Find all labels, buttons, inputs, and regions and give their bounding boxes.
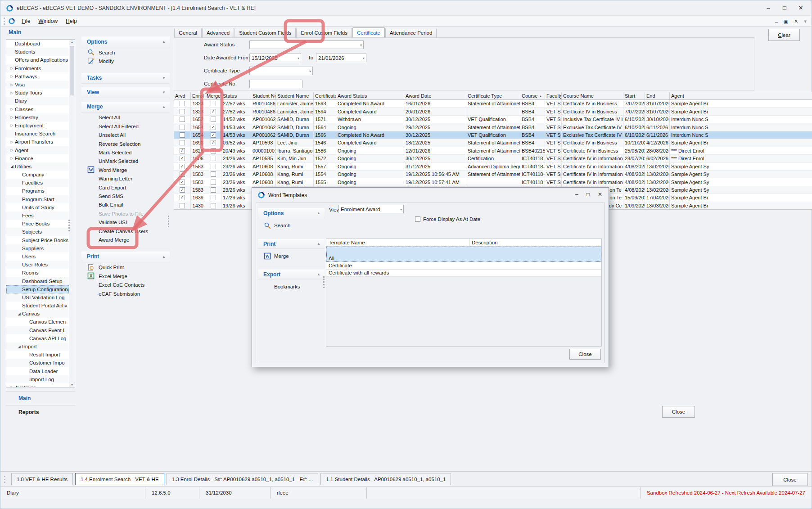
merge-checkbox[interactable] [211,117,216,122]
sidebar-item-classes[interactable]: ▷Classes [6,105,69,113]
column-header-start[interactable]: Start [623,92,645,99]
sidebar-item-insurance-search[interactable]: Insurance Search [6,130,69,138]
nav-item-mark-selected[interactable]: Mark Selected [81,148,170,157]
tree-collapsed-icon[interactable]: ▷ [9,123,15,127]
certificate-type-combo[interactable]: ▾ [249,67,313,75]
nav-item-bulk-email[interactable]: Bulk Email [81,201,170,209]
tree-expanded-icon[interactable]: ◢ [16,345,22,349]
chevron-up-icon[interactable]: ▲ [317,211,320,215]
nav-item-word-merge[interactable]: WWord Merge [81,166,170,174]
sidebar-item-units-of-study[interactable]: Units of Study [6,203,69,212]
tabstrip-grip[interactable] [4,476,6,483]
chevron-up-icon[interactable]: ▲ [162,40,166,44]
chevron-down-icon[interactable]: ▼ [162,76,166,80]
tab-attendance-period[interactable]: Attendance Period [385,28,437,37]
minimize-icon[interactable]: – [760,0,776,15]
award-status-combo[interactable]: ▾ [249,41,364,49]
nav-item-card-export[interactable]: Card Export [81,183,170,192]
nav-item-reverse-selection[interactable]: Reverse Selection [81,140,170,148]
sidebar-item-airport-transfers[interactable]: ▷Airport Transfers [6,138,69,146]
tree-collapsed-icon[interactable]: ▷ [9,148,15,152]
tree-collapsed-icon[interactable]: ▷ [9,107,15,111]
sidebar-item-dashboard[interactable]: Dashboard [6,40,69,48]
sidebar-item-price-books[interactable]: Price Books [6,220,69,228]
merge-checkbox[interactable]: ✓ [211,125,216,130]
toolbar-options-icon[interactable]: ▾ [804,18,807,24]
column-header-award-date[interactable]: Award Date [404,92,466,99]
sidebar-item-subject-price-books[interactable]: Subject Price Books [6,236,69,244]
arvd-checkbox[interactable]: ✓ [180,171,185,177]
table-row[interactable]: ✓162620/49 wks0000010010Ibarra, Santiago… [174,147,812,155]
arvd-checkbox[interactable] [180,101,185,106]
sidebar-item-finance[interactable]: ▷Finance [6,154,69,162]
force-display-checkbox-row[interactable]: Force Display As At Date [415,216,480,222]
table-row[interactable]: ✓158323/26 wksAP10608Kang, Rumi1554Ongoi… [174,171,812,178]
sidebar-item-avetmiss[interactable]: ▷Avetmiss [6,383,69,387]
sidebar-item-canvas-api-log[interactable]: Canvas API Log [6,334,69,342]
nav-item-award-merge[interactable]: Award Merge [81,235,170,244]
mdi-restore-icon[interactable]: ▣ [784,18,788,24]
sidebar-splitter[interactable] [68,220,70,231]
sidebar-item-setup-configuration[interactable]: Setup Configuration [6,285,69,293]
chevron-down-icon[interactable]: ▼ [162,90,166,95]
sidebar-item-canvas-elemen[interactable]: Canvas Elemen [6,318,69,326]
nav-item-unmark-selected[interactable]: UnMark Selected [81,157,170,166]
sidebar-section-main[interactable]: Main [6,391,75,405]
toolbar-grip[interactable] [4,18,5,25]
tree-collapsed-icon[interactable]: ▷ [9,156,15,160]
sidebar-item-homestay[interactable]: ▷Homestay [6,113,69,122]
template-row-certificate-with-all-rewards[interactable]: Certificate with all rewards [326,270,601,277]
sidebar-item-employment[interactable]: ▷Employment [6,122,69,130]
nav-item-modify[interactable]: Modify [81,57,170,65]
column-header-merge[interactable]: Merge [205,92,221,99]
template-column-header-description[interactable]: Description [469,239,500,246]
arvd-checkbox[interactable] [180,132,185,138]
nav-item-unselect-all[interactable]: Unselect All [81,131,170,140]
merge-checkbox[interactable] [211,156,216,161]
sidebar-item-programs[interactable]: Programs [6,187,69,195]
maximize-icon[interactable]: □ [776,0,793,15]
nav-item-search[interactable]: Search [81,48,170,57]
close-icon[interactable]: ✕ [793,0,809,15]
arvd-checkbox[interactable]: ✓ [180,156,185,161]
view-combo[interactable]: Enrolment Award▾ [338,205,404,213]
menu-item-help[interactable]: Help [62,17,81,26]
nav-item-ecaf-submission[interactable]: eCAF Submission [81,289,170,298]
nav-group-header-merge[interactable]: Merge▲ [81,102,170,113]
nav-item-send-sms[interactable]: Send SMS [81,192,170,200]
table-row[interactable]: 1654✓14/53 wksAP0010629SAMID, Duran1566C… [174,131,812,139]
nav-group-header-view[interactable]: View▼ [81,87,170,98]
merge-checkbox[interactable] [211,148,216,153]
merge-checkbox[interactable] [211,101,216,106]
arvd-checkbox[interactable] [180,125,185,130]
sidebar-item-offers-and-applications[interactable]: Offers and Applications [6,56,69,64]
nav-group-header-options[interactable]: Options▲ [81,36,170,47]
sidebar-section-reports[interactable]: Reports [6,405,75,419]
open-screen-tab-1-4-enrolment-search-v[interactable]: 1.4 Enrolment Search - VET & HE [75,473,164,485]
column-header-course-name[interactable]: Course Name [562,92,623,99]
merge-checkbox[interactable] [211,171,216,177]
nav-item-validate-usi[interactable]: Validate USI [81,218,170,226]
tree-scrollbar[interactable]: ▲ ▼ [69,40,75,387]
template-row-certificate[interactable]: Certificate [326,262,601,270]
scroll-down-icon[interactable]: ▼ [69,383,75,386]
sidebar-item-faculties[interactable]: Faculties [6,179,69,187]
dialog-close-icon[interactable]: ✕ [598,191,602,198]
tree-collapsed-icon[interactable]: ▷ [9,66,15,70]
nav-group-header-print[interactable]: Print▲ [258,239,325,249]
nav-item-select-all-filtered[interactable]: Select All Filtered [81,122,170,131]
nav-item-bookmarks[interactable]: Bookmarks [258,280,325,293]
sidebar-item-pathways[interactable]: ▷Pathways [6,72,69,81]
tree-collapsed-icon[interactable]: ▷ [9,74,15,78]
column-header-award-status[interactable]: Award Status [336,92,404,99]
sidebar-item-enrolments[interactable]: ▷Enrolments [6,64,69,72]
nav-item-select-all[interactable]: Select All [81,113,170,122]
sidebar-item-import[interactable]: ◢Import [6,342,69,351]
sidebar-item-result-import[interactable]: Result Import [6,351,69,359]
merge-checkbox[interactable]: ✓ [211,132,216,138]
tree-collapsed-icon[interactable]: ▷ [9,91,15,95]
column-header-arvd[interactable]: Arvd [174,92,191,99]
arvd-checkbox[interactable] [180,117,185,122]
mdi-close-icon[interactable]: ✕ [794,18,798,24]
table-row[interactable]: 1654✓14/53 wksAP0010629SAMID, Duran1564O… [174,123,812,131]
